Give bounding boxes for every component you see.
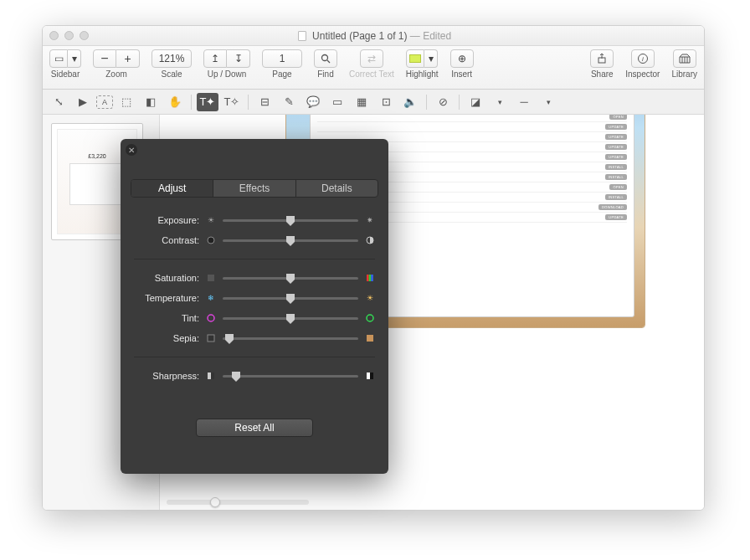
tint-magenta-icon (206, 313, 216, 323)
page-field[interactable]: 1 (262, 49, 302, 68)
select-tool[interactable]: ▶ (72, 93, 94, 111)
zoom-label: Zoom (105, 69, 127, 79)
sidebar-menu-button[interactable]: ▾ (68, 49, 81, 68)
sepia-slider[interactable] (223, 337, 358, 340)
saturation-row: Saturation: (134, 268, 375, 288)
exposure-slider[interactable] (223, 219, 358, 222)
store-badge: INSTALL (605, 194, 627, 200)
temperature-row: Temperature: ❄ ☀ (134, 288, 375, 308)
grid-tool[interactable]: ▦ (351, 93, 372, 111)
highlight-button[interactable] (406, 49, 424, 68)
highlight-label: Highlight (406, 69, 439, 79)
insert-label: Insert (451, 69, 472, 79)
sepia-on-icon (365, 333, 375, 343)
contrast-label: Contrast: (134, 235, 199, 245)
tab-effects[interactable]: Effects (213, 180, 295, 197)
tab-details[interactable]: Details (295, 180, 378, 197)
sidebar-label: Sidebar (51, 69, 80, 79)
sharpness-row: Sharpness: (134, 366, 375, 386)
svg-rect-14 (367, 335, 373, 342)
move-tool[interactable]: ⤡ (48, 93, 69, 111)
find-button[interactable] (314, 49, 337, 68)
sharp-high-icon (365, 371, 375, 381)
saturation-high-icon (365, 273, 375, 283)
scroll-thumb[interactable] (210, 497, 220, 507)
contrast-low-icon (206, 235, 216, 245)
effects-tool[interactable]: T✧ (221, 93, 243, 111)
indent-tool[interactable]: ⊟ (254, 93, 275, 111)
shape-tool[interactable]: ◪ (465, 93, 486, 111)
svg-rect-16 (208, 372, 211, 379)
sidebar-button[interactable]: ▭ (49, 49, 68, 68)
tint-green-icon (365, 313, 375, 323)
sidebar-group: ▭ ▾ Sidebar (49, 49, 81, 79)
contrast-slider[interactable] (223, 239, 358, 242)
sun-bright-icon: ✷ (365, 215, 375, 225)
tint-row: Tint: (134, 308, 375, 328)
temperature-label: Temperature: (134, 293, 199, 303)
highlight-menu-button[interactable]: ▾ (424, 49, 438, 68)
toolbar: ▭ ▾ Sidebar − + Zoom 121% Scale ↥ ↧ Up /… (43, 46, 704, 90)
sun-dim-icon: ☀ (206, 215, 216, 225)
correct-label: Correct Text (349, 69, 394, 79)
marker-tool[interactable]: ✎ (278, 93, 300, 111)
tint-slider[interactable] (223, 317, 358, 320)
zoom-in-button[interactable]: + (116, 49, 140, 68)
tools-bar: ⤡ ▶ A ⬚ ◧ ✋ T✦ T✧ ⊟ ✎ 💬 ▭ ▦ ⊡ 🔈 ⊘ ◪ ▾ ─ … (43, 90, 704, 115)
svg-point-5 (208, 237, 214, 244)
edited-indicator: — Edited (408, 30, 452, 42)
share-button[interactable] (590, 49, 614, 68)
saturation-slider[interactable] (223, 277, 358, 280)
contrast-row: Contrast: (134, 230, 375, 250)
tab-adjust[interactable]: Adjust (131, 180, 213, 197)
page-down-button[interactable]: ↧ (227, 49, 250, 68)
zoom-window-button[interactable] (80, 31, 89, 40)
inspector-label: Inspector (625, 69, 660, 79)
horizontal-scrollbar[interactable] (167, 500, 309, 505)
zoom-out-button[interactable]: − (93, 49, 116, 68)
svg-rect-18 (370, 372, 373, 379)
page-up-button[interactable]: ↥ (203, 49, 227, 68)
find-label: Find (317, 69, 333, 79)
svg-point-11 (208, 315, 214, 321)
temp-cold-icon: ❄ (206, 293, 216, 303)
correct-group: ⇄ Correct Text (349, 49, 394, 79)
sepia-label: Sepia: (134, 333, 199, 343)
line-tool[interactable]: ─ (513, 93, 535, 111)
insert-button[interactable]: ⊕ (450, 49, 474, 68)
store-badge: DOWNLOAD (598, 204, 627, 210)
shape-menu[interactable]: ▾ (489, 93, 511, 111)
library-button[interactable] (673, 49, 696, 68)
scale-value[interactable]: 121% (152, 49, 192, 68)
line-menu[interactable]: ▾ (537, 93, 559, 111)
text-tool[interactable]: A (96, 95, 113, 109)
pan-tool[interactable]: ✋ (164, 93, 186, 111)
form-tool[interactable]: ⊡ (375, 93, 397, 111)
contrast-high-icon (365, 235, 375, 245)
eraser-tool[interactable]: ◧ (140, 93, 162, 111)
inspector-button[interactable]: i (631, 49, 655, 68)
close-popover-button[interactable]: ✕ (126, 144, 137, 156)
share-label: Share (591, 69, 614, 79)
adjust-tool[interactable]: T✦ (197, 93, 218, 111)
temperature-slider[interactable] (223, 297, 358, 300)
sound-tool[interactable]: 🔈 (399, 93, 421, 111)
document-icon (298, 31, 306, 41)
store-badge: UPDATE (605, 124, 627, 130)
minimize-window-button[interactable] (64, 31, 74, 40)
box-tool[interactable]: ▭ (326, 93, 348, 111)
close-window-button[interactable] (49, 31, 59, 40)
svg-rect-7 (208, 275, 214, 281)
svg-rect-13 (208, 335, 214, 342)
deny-tool[interactable]: ⊘ (432, 93, 454, 111)
sepia-row: Sepia: (134, 328, 375, 348)
sharpness-slider[interactable] (223, 375, 358, 378)
comment-tool[interactable]: 💬 (302, 93, 324, 111)
reset-all-button[interactable]: Reset All (196, 419, 313, 437)
exposure-label: Exposure: (134, 215, 199, 225)
crop-tool[interactable]: ⬚ (116, 93, 137, 111)
store-badge: UPDATE (605, 144, 627, 150)
window-controls (49, 31, 89, 40)
titlebar: Untitled (Page 1 of 1) — Edited (43, 26, 704, 46)
store-row: OPEN (317, 115, 627, 122)
